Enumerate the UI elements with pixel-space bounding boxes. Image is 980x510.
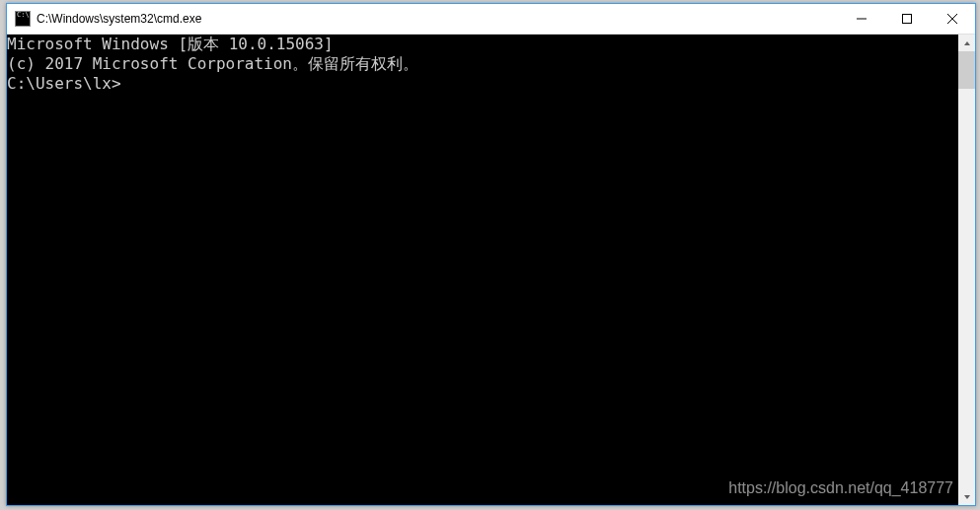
scroll-up-button[interactable] <box>958 35 975 51</box>
console-line: Microsoft Windows [版本 10.0.15063] <box>7 35 958 54</box>
minimize-icon <box>857 14 867 24</box>
scroll-thumb[interactable] <box>958 51 975 89</box>
minimize-button[interactable] <box>839 4 884 34</box>
scroll-down-button[interactable] <box>958 488 975 505</box>
svg-marker-5 <box>964 495 970 499</box>
console-output[interactable]: Microsoft Windows [版本 10.0.15063](c) 201… <box>7 35 958 505</box>
cmd-icon <box>15 11 31 27</box>
close-button[interactable] <box>930 4 975 34</box>
maximize-icon <box>902 14 912 24</box>
cmd-window: C:\Windows\system32\cmd.exe Microsoft Wi… <box>6 3 976 506</box>
console-prompt: C:\Users\lx> <box>7 74 958 94</box>
window-controls <box>839 4 975 34</box>
client-area: Microsoft Windows [版本 10.0.15063](c) 201… <box>7 35 975 505</box>
maximize-button[interactable] <box>884 4 930 34</box>
chevron-down-icon <box>963 493 971 501</box>
scroll-track[interactable] <box>958 51 975 488</box>
title-bar[interactable]: C:\Windows\system32\cmd.exe <box>7 4 975 35</box>
window-title: C:\Windows\system32\cmd.exe <box>37 12 839 26</box>
svg-rect-1 <box>903 15 912 24</box>
vertical-scrollbar[interactable] <box>958 35 975 505</box>
close-icon <box>946 13 958 25</box>
console-line: (c) 2017 Microsoft Corporation。保留所有权利。 <box>7 54 958 74</box>
svg-marker-4 <box>964 41 970 45</box>
chevron-up-icon <box>963 39 971 47</box>
